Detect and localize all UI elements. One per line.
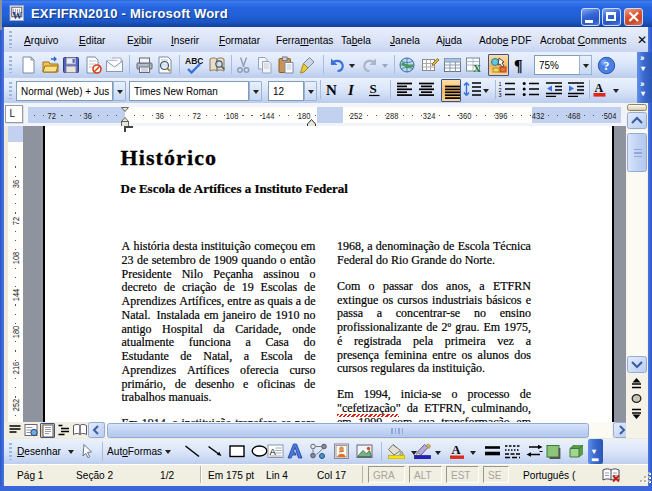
svg-text:3: 3	[499, 92, 502, 97]
svg-text:W: W	[12, 10, 22, 21]
svg-text:N: N	[326, 82, 337, 98]
svg-text:I: I	[347, 82, 355, 98]
svg-text:A: A	[595, 81, 604, 95]
svg-text:?: ?	[603, 59, 609, 73]
svg-text:¶: ¶	[514, 57, 523, 74]
svg-text:A: A	[270, 446, 277, 457]
svg-text:S: S	[370, 81, 377, 96]
svg-text:A: A	[452, 443, 461, 457]
svg-text:X: X	[473, 62, 481, 74]
